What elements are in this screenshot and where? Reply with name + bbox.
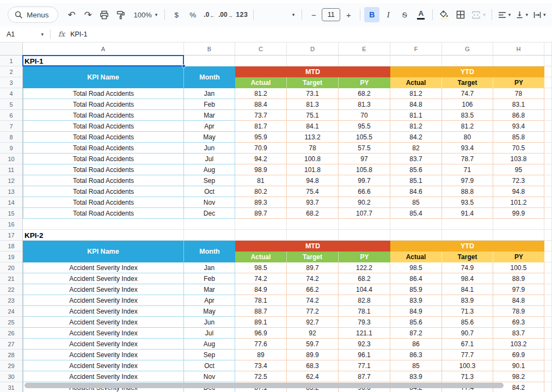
value-cell[interactable]: 83.7 [493, 328, 544, 339]
value-cell[interactable]: 81 [235, 175, 287, 186]
value-cell[interactable]: 86.8 [493, 110, 544, 121]
grid-cell[interactable] [442, 219, 493, 230]
row-header-12[interactable]: 12 [0, 175, 23, 186]
kpi-name-cell[interactable]: Total Road Accidents [23, 197, 184, 208]
grid-cell[interactable] [287, 230, 339, 241]
value-cell[interactable]: 80.2 [235, 186, 287, 197]
value-cell[interactable]: 80 [442, 132, 493, 143]
value-cell[interactable]: 78.1 [235, 295, 287, 306]
value-cell[interactable]: 74.2 [287, 295, 339, 306]
value-cell[interactable]: 83.7 [390, 154, 442, 164]
month-cell[interactable]: May [184, 132, 235, 143]
value-cell[interactable]: 78.9 [493, 306, 544, 317]
kpi-name-cell[interactable]: Total Road Accidents [23, 132, 184, 143]
value-cell[interactable]: 85.6 [442, 317, 493, 328]
value-cell[interactable]: 67.1 [442, 339, 493, 350]
value-cell[interactable]: 83.9 [390, 371, 442, 382]
value-cell[interactable]: 81.7 [235, 121, 287, 132]
value-cell[interactable]: 74.2 [287, 273, 339, 284]
value-cell[interactable]: 84.8 [390, 99, 442, 110]
value-cell[interactable]: 121.1 [339, 328, 390, 339]
value-cell[interactable]: 73.1 [287, 88, 339, 99]
format-currency-button[interactable]: $ [169, 7, 184, 22]
value-cell[interactable]: 101.8 [287, 164, 339, 175]
value-cell[interactable]: 72.3 [493, 175, 544, 186]
increase-font-size-button[interactable]: + [341, 7, 356, 22]
value-cell[interactable]: 85.6 [390, 317, 442, 328]
font-family-dropdown[interactable]: ▾ [257, 7, 298, 22]
value-cell[interactable]: 85 [390, 360, 442, 371]
month-cell[interactable]: Jan [184, 262, 235, 273]
kpi-name-header[interactable]: KPI Name [23, 241, 184, 262]
kpi-name-cell[interactable]: Accident Severity Index [23, 306, 184, 317]
grid-cell[interactable] [544, 121, 552, 132]
column-header-B[interactable]: B [184, 42, 235, 56]
grid-cell[interactable] [544, 360, 552, 371]
grid-cell[interactable] [23, 219, 184, 230]
value-cell[interactable]: 104.4 [339, 284, 390, 295]
grid-cell[interactable] [544, 66, 552, 77]
value-cell[interactable]: 69.3 [493, 317, 544, 328]
grid-cell[interactable] [544, 252, 552, 262]
value-cell[interactable]: 107.7 [339, 208, 390, 219]
value-cell[interactable]: 69.9 [493, 350, 544, 360]
month-cell[interactable]: Sep [184, 175, 235, 186]
kpi-name-cell[interactable]: Accident Severity Index [23, 262, 184, 273]
value-cell[interactable]: 86 [390, 339, 442, 350]
grid-cell[interactable] [544, 219, 552, 230]
grid-cell[interactable] [493, 219, 544, 230]
grid-cell[interactable] [544, 339, 552, 350]
value-cell[interactable]: 106 [442, 99, 493, 110]
bold-button[interactable]: B [364, 7, 379, 22]
text-color-button[interactable]: A [413, 7, 428, 22]
value-cell[interactable]: 83.1 [493, 99, 544, 110]
kpi-name-cell[interactable]: Accident Severity Index [23, 273, 184, 284]
mtd-header[interactable]: MTD [235, 241, 390, 252]
month-cell[interactable]: Mar [184, 110, 235, 121]
grid-cell[interactable] [544, 371, 552, 382]
value-cell[interactable]: 77.1 [339, 360, 390, 371]
value-cell[interactable]: 95.9 [235, 132, 287, 143]
row-header-13[interactable]: 13 [0, 186, 23, 197]
value-cell[interactable]: 71 [442, 164, 493, 175]
value-cell[interactable]: 87.2 [390, 328, 442, 339]
column-header-H[interactable]: H [493, 42, 544, 56]
horizontal-align-button[interactable]: ▾ [496, 7, 513, 22]
value-cell[interactable]: 88.8 [442, 186, 493, 197]
grid-cell[interactable] [493, 56, 544, 66]
grid-cell[interactable] [544, 273, 552, 284]
value-cell[interactable]: 89.1 [235, 317, 287, 328]
mtd-subheader[interactable]: Target [287, 252, 339, 262]
kpi-name-cell[interactable]: Accident Severity Index [23, 284, 184, 295]
grid-cell[interactable] [544, 208, 552, 219]
kpi-name-cell[interactable]: Total Road Accidents [23, 121, 184, 132]
value-cell[interactable]: 84.1 [442, 284, 493, 295]
kpi-name-header[interactable]: KPI Name [23, 66, 184, 88]
strikethrough-button[interactable]: S [397, 7, 412, 22]
kpi-name-cell[interactable]: Total Road Accidents [23, 143, 184, 154]
month-cell[interactable]: Apr [184, 295, 235, 306]
value-cell[interactable]: 98.5 [390, 262, 442, 273]
grid-cell[interactable] [544, 164, 552, 175]
month-cell[interactable]: Jul [184, 154, 235, 164]
row-header-6[interactable]: 6 [0, 110, 23, 121]
value-cell[interactable]: 57.5 [339, 143, 390, 154]
paint-format-button[interactable] [113, 7, 128, 22]
value-cell[interactable]: 91.4 [442, 208, 493, 219]
grid-cell[interactable] [544, 306, 552, 317]
mtd-subheader[interactable]: Actual [235, 77, 287, 88]
value-cell[interactable]: 88.4 [235, 99, 287, 110]
value-cell[interactable]: 79.3 [339, 317, 390, 328]
row-header-3[interactable]: 3 [0, 77, 23, 88]
grid-cell[interactable] [493, 230, 544, 241]
value-cell[interactable]: 78.1 [339, 306, 390, 317]
month-cell[interactable]: Jun [184, 317, 235, 328]
value-cell[interactable]: 81.2 [442, 121, 493, 132]
ytd-subheader[interactable]: Actual [390, 252, 442, 262]
borders-button[interactable] [453, 7, 468, 22]
ytd-subheader[interactable]: PY [493, 252, 544, 262]
value-cell[interactable]: 97 [339, 154, 390, 164]
value-cell[interactable]: 83.5 [442, 110, 493, 121]
row-header-7[interactable]: 7 [0, 121, 23, 132]
value-cell[interactable]: 77.2 [287, 306, 339, 317]
